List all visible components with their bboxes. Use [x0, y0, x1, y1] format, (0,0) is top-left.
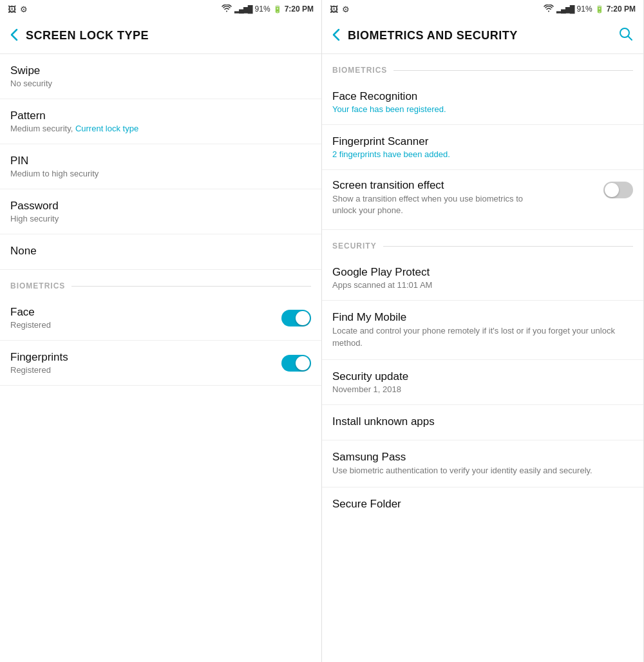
fingerprints-toggle-knob	[296, 356, 310, 370]
left-header: SCREEN LOCK TYPE	[0, 18, 321, 54]
left-time: 7:20 PM	[285, 5, 314, 14]
screen-transition-toggle[interactable]	[603, 182, 633, 198]
find-my-mobile-item[interactable]: Find My Mobile Locate and control your p…	[322, 301, 643, 359]
status-left-icons: 🖼 ⚙	[8, 5, 28, 14]
pin-item[interactable]: PIN Medium to high security	[0, 144, 321, 189]
pin-subtitle: Medium to high security	[10, 169, 311, 178]
left-content: Swipe No security Pattern Medium securit…	[0, 54, 321, 662]
left-panel: 🖼 ⚙ ▂▄▆█ 91% 🔋 7:20 PM SCREEN LOCK TYPE …	[0, 0, 322, 662]
screen-transition-knob	[605, 183, 619, 197]
find-my-mobile-subtitle: Locate and control your phone remotely i…	[332, 325, 633, 348]
fingerprints-subtitle: Registered	[10, 365, 281, 375]
face-subtitle: Registered	[10, 320, 281, 330]
secure-folder-item[interactable]: Secure Folder	[322, 487, 643, 522]
screen-transition-title: Screen transition effect	[332, 179, 597, 192]
screen-transition-left: Screen transition effect Show a transiti…	[332, 179, 597, 219]
right-status-right: ▂▄▆█ 91% 🔋 7:20 PM	[544, 5, 636, 14]
secure-folder-title: Secure Folder	[332, 498, 633, 511]
right-back-button[interactable]	[332, 28, 340, 44]
samsung-pass-item[interactable]: Samsung Pass Use biometric authenticatio…	[322, 440, 643, 487]
right-battery-percent: 91%	[577, 5, 592, 14]
face-toggle-knob	[296, 311, 310, 325]
face-item-left: Face Registered	[10, 306, 281, 330]
biometrics-divider	[71, 286, 311, 287]
left-status-bar: 🖼 ⚙ ▂▄▆█ 91% 🔋 7:20 PM	[0, 0, 321, 18]
signal-icon: ▂▄▆█	[234, 5, 252, 14]
fingerprints-item-left: Fingerprints Registered	[10, 351, 281, 375]
right-biometrics-section-header: BIOMETRICS	[322, 54, 643, 80]
google-play-protect-subtitle: Apps scanned at 11:01 AM	[332, 280, 633, 290]
face-recognition-item[interactable]: Face Recognition Your face has been regi…	[322, 80, 643, 125]
face-toggle[interactable]	[281, 310, 311, 326]
right-wifi-icon	[544, 5, 554, 14]
security-update-title: Security update	[332, 370, 633, 383]
fingerprints-toggle[interactable]	[281, 355, 311, 372]
face-recognition-title: Face Recognition	[332, 90, 633, 103]
left-back-button[interactable]	[10, 28, 18, 44]
right-battery-icon: 🔋	[595, 5, 604, 14]
biometrics-section-header: BIOMETRICS	[0, 270, 321, 296]
google-play-protect-item[interactable]: Google Play Protect Apps scanned at 11:0…	[322, 256, 643, 301]
pattern-subtitle-blue: Current lock type	[75, 124, 138, 133]
security-divider	[383, 246, 633, 247]
right-signal-icon: ▂▄▆█	[556, 5, 574, 14]
right-header-title: BIOMETRICS AND SECURITY	[348, 29, 619, 43]
fingerprint-scanner-subtitle: 2 fingerprints have been added.	[332, 149, 633, 159]
install-unknown-apps-item[interactable]: Install unknown apps	[322, 405, 643, 440]
password-item[interactable]: Password High security	[0, 189, 321, 234]
swipe-subtitle: No security	[10, 79, 311, 88]
fingerprint-scanner-item[interactable]: Fingerprint Scanner 2 fingerprints have …	[322, 125, 643, 170]
security-update-subtitle: November 1, 2018	[332, 384, 633, 394]
samsung-pass-subtitle: Use biometric authentication to verify y…	[332, 465, 633, 477]
svg-line-1	[628, 36, 632, 40]
security-section-header: SECURITY	[322, 230, 643, 256]
screen-transition-subtitle: Show a transition effect when you use bi…	[332, 193, 545, 219]
pattern-subtitle-normal: Medium security,	[10, 124, 75, 133]
swipe-item[interactable]: Swipe No security	[0, 54, 321, 99]
swipe-title: Swipe	[10, 64, 311, 77]
face-recognition-subtitle: Your face has been registered.	[332, 104, 633, 114]
right-biometrics-label: BIOMETRICS	[332, 66, 387, 75]
wifi-icon	[222, 5, 232, 14]
security-section-label: SECURITY	[332, 241, 377, 251]
settings-icon: ⚙	[20, 5, 28, 14]
none-item[interactable]: None	[0, 234, 321, 270]
pattern-subtitle: Medium security, Current lock type	[10, 124, 311, 133]
right-search-icon[interactable]	[619, 27, 633, 45]
screen-transition-item[interactable]: Screen transition effect Show a transiti…	[322, 170, 643, 230]
face-toggle-item[interactable]: Face Registered	[0, 296, 321, 341]
right-status-left: 🖼 ⚙	[330, 5, 350, 14]
image-icon: 🖼	[8, 5, 16, 14]
face-title: Face	[10, 306, 281, 319]
find-my-mobile-title: Find My Mobile	[332, 311, 633, 324]
left-header-title: SCREEN LOCK TYPE	[26, 29, 311, 43]
right-status-bar: 🖼 ⚙ ▂▄▆█ 91% 🔋 7:20 PM	[322, 0, 643, 18]
pin-title: PIN	[10, 155, 311, 167]
right-settings-icon: ⚙	[342, 5, 350, 14]
right-time: 7:20 PM	[607, 5, 636, 14]
password-subtitle: High security	[10, 214, 311, 223]
pattern-title: Pattern	[10, 109, 311, 122]
install-unknown-apps-title: Install unknown apps	[332, 415, 633, 428]
fingerprints-title: Fingerprints	[10, 351, 281, 364]
right-content: BIOMETRICS Face Recognition Your face ha…	[322, 54, 643, 662]
battery-icon: 🔋	[273, 5, 282, 14]
google-play-protect-title: Google Play Protect	[332, 266, 633, 279]
status-right-info: ▂▄▆█ 91% 🔋 7:20 PM	[222, 5, 314, 14]
right-panel: 🖼 ⚙ ▂▄▆█ 91% 🔋 7:20 PM BIOMETRICS AND SE…	[322, 0, 644, 662]
samsung-pass-title: Samsung Pass	[332, 451, 633, 464]
fingerprint-scanner-title: Fingerprint Scanner	[332, 135, 633, 148]
right-biometrics-divider	[393, 70, 633, 71]
biometrics-section-label: BIOMETRICS	[10, 281, 65, 290]
fingerprints-toggle-item[interactable]: Fingerprints Registered	[0, 341, 321, 386]
right-header: BIOMETRICS AND SECURITY	[322, 18, 643, 54]
right-image-icon: 🖼	[330, 5, 338, 14]
security-update-item[interactable]: Security update November 1, 2018	[322, 360, 643, 405]
pattern-item[interactable]: Pattern Medium security, Current lock ty…	[0, 99, 321, 144]
none-title: None	[10, 245, 311, 258]
password-title: Password	[10, 200, 311, 213]
battery-percent: 91%	[255, 5, 270, 14]
